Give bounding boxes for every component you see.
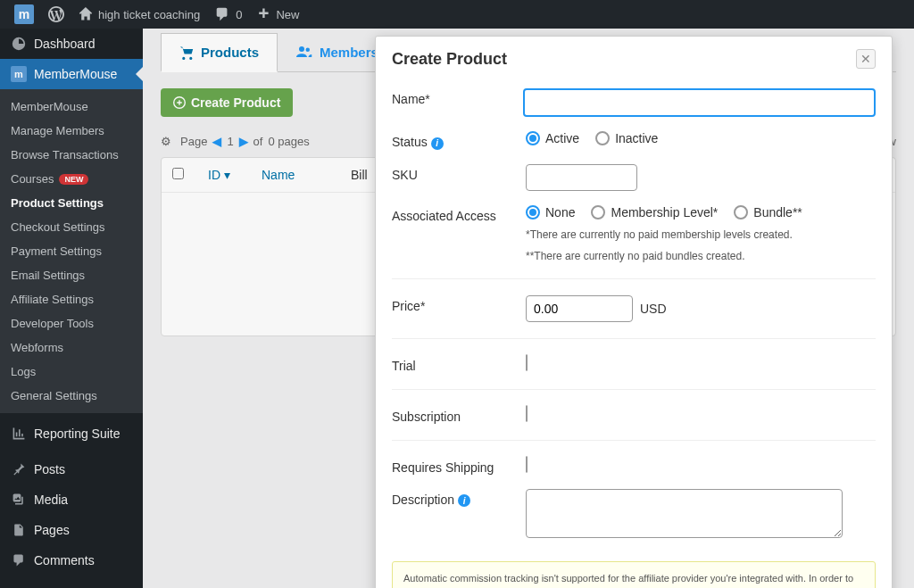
label-status: Statusi xyxy=(392,131,526,150)
modal-body: Name* Statusi Active Inactive SKU Associ… xyxy=(376,78,892,588)
access-membership[interactable]: Membership Level* xyxy=(591,205,718,219)
radio-icon xyxy=(591,205,605,219)
label-subscription: Subscription xyxy=(392,406,526,424)
info-icon[interactable]: i xyxy=(458,494,470,507)
label-sku: SKU xyxy=(392,164,526,182)
modal-header: Create Product ✕ xyxy=(376,37,892,78)
affiliate-notice: Automatic commission tracking isn't supp… xyxy=(392,561,876,589)
radio-icon xyxy=(526,205,540,219)
subscription-checkbox[interactable] xyxy=(526,405,528,422)
modal-close-button[interactable]: ✕ xyxy=(856,49,876,69)
description-textarea[interactable] xyxy=(526,489,843,538)
create-product-modal: Create Product ✕ Name* Statusi Active In… xyxy=(375,36,893,588)
hint-membership: *There are currently no paid membership … xyxy=(526,228,876,241)
radio-icon xyxy=(595,131,610,145)
label-shipping: Requires Shipping xyxy=(392,457,526,475)
label-description: Descriptioni xyxy=(392,489,526,508)
label-price: Price* xyxy=(392,295,526,313)
sku-input[interactable] xyxy=(526,164,637,191)
modal-title: Create Product xyxy=(392,50,507,69)
access-none[interactable]: None xyxy=(526,205,575,219)
trial-checkbox[interactable] xyxy=(526,354,528,371)
label-associated-access: Associated Access xyxy=(392,205,526,223)
hint-bundle: **There are currently no paid bundles cr… xyxy=(526,250,876,262)
info-icon[interactable]: i xyxy=(431,137,444,150)
label-trial: Trial xyxy=(392,355,526,373)
name-input[interactable] xyxy=(523,88,876,117)
label-name: Name* xyxy=(392,88,523,106)
status-inactive[interactable]: Inactive xyxy=(595,131,658,145)
radio-icon xyxy=(734,205,748,219)
price-input[interactable] xyxy=(526,295,633,322)
access-bundle[interactable]: Bundle** xyxy=(734,205,802,219)
status-active[interactable]: Active xyxy=(526,131,579,145)
shipping-checkbox[interactable] xyxy=(526,456,528,473)
radio-icon xyxy=(526,131,540,145)
currency-label: USD xyxy=(640,302,667,316)
